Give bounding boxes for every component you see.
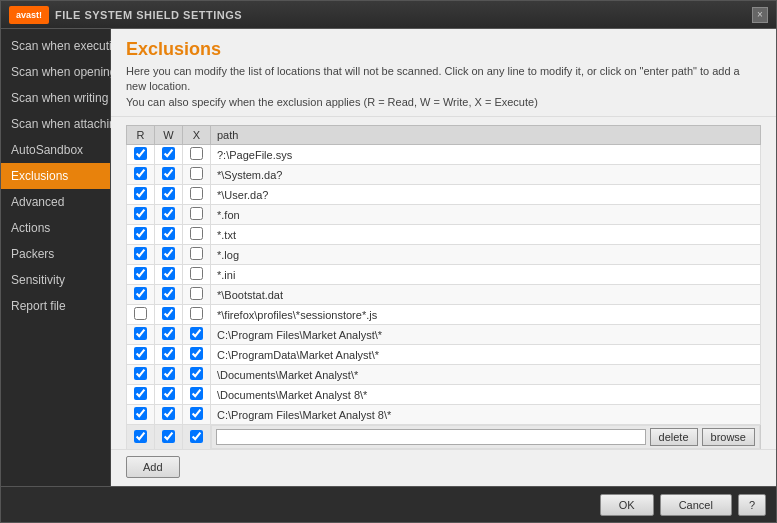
sidebar-item-scan-when-executing[interactable]: Scan when executing xyxy=(1,33,110,59)
checkbox-w-2[interactable] xyxy=(162,187,175,200)
cell-path-1: *\System.da? xyxy=(211,165,761,185)
checkbox-r-4[interactable] xyxy=(134,227,147,240)
cell-w-10 xyxy=(155,345,183,365)
browse-button[interactable]: browse xyxy=(702,428,755,446)
checkbox-x-7[interactable] xyxy=(190,287,203,300)
header-path: path xyxy=(211,126,761,145)
main-content: Scan when executing Scan when opening Sc… xyxy=(1,29,776,486)
cell-x-2 xyxy=(183,185,211,205)
sidebar-item-sensitivity[interactable]: Sensitivity xyxy=(1,267,110,293)
checkbox-w-3[interactable] xyxy=(162,207,175,220)
new-row-checkbox-w[interactable] xyxy=(162,430,175,443)
checkbox-x-1[interactable] xyxy=(190,167,203,180)
table-row[interactable]: *\firefox\profiles\*sessionstore*.js xyxy=(127,305,761,325)
table-row[interactable]: *.log xyxy=(127,245,761,265)
table-row[interactable]: C:\Program Files\Market Analyst\* xyxy=(127,325,761,345)
checkbox-w-10[interactable] xyxy=(162,347,175,360)
new-path-input[interactable] xyxy=(216,429,646,445)
table-row[interactable]: ?:\PageFile.sys xyxy=(127,145,761,165)
table-row[interactable]: *\System.da? xyxy=(127,165,761,185)
checkbox-x-3[interactable] xyxy=(190,207,203,220)
sidebar-item-exclusions[interactable]: Exclusions xyxy=(1,163,110,189)
sidebar-item-scan-when-attaching[interactable]: Scan when attaching xyxy=(1,111,110,137)
checkbox-x-9[interactable] xyxy=(190,327,203,340)
content-title: Exclusions xyxy=(126,39,761,60)
table-row[interactable]: *\User.da? xyxy=(127,185,761,205)
checkbox-w-13[interactable] xyxy=(162,407,175,420)
checkbox-r-10[interactable] xyxy=(134,347,147,360)
checkbox-x-12[interactable] xyxy=(190,387,203,400)
checkbox-r-3[interactable] xyxy=(134,207,147,220)
cancel-button[interactable]: Cancel xyxy=(660,494,732,516)
checkbox-r-11[interactable] xyxy=(134,367,147,380)
cell-w-2 xyxy=(155,185,183,205)
cell-r-10 xyxy=(127,345,155,365)
checkbox-x-5[interactable] xyxy=(190,247,203,260)
checkbox-w-9[interactable] xyxy=(162,327,175,340)
table-row[interactable]: *.txt xyxy=(127,225,761,245)
sidebar-item-scan-when-opening[interactable]: Scan when opening xyxy=(1,59,110,85)
new-row-checkbox-r[interactable] xyxy=(134,430,147,443)
sidebar-item-advanced[interactable]: Advanced xyxy=(1,189,110,215)
checkbox-w-12[interactable] xyxy=(162,387,175,400)
checkbox-r-2[interactable] xyxy=(134,187,147,200)
cell-path-3: *.fon xyxy=(211,205,761,225)
new-row-cell-w xyxy=(155,425,183,449)
checkbox-x-0[interactable] xyxy=(190,147,203,160)
checkbox-x-2[interactable] xyxy=(190,187,203,200)
cell-r-5 xyxy=(127,245,155,265)
header-r: R xyxy=(127,126,155,145)
checkbox-r-0[interactable] xyxy=(134,147,147,160)
cell-r-3 xyxy=(127,205,155,225)
checkbox-x-11[interactable] xyxy=(190,367,203,380)
cell-x-8 xyxy=(183,305,211,325)
cell-path-10: C:\ProgramData\Market Analyst\* xyxy=(211,345,761,365)
checkbox-r-7[interactable] xyxy=(134,287,147,300)
sidebar-item-actions[interactable]: Actions xyxy=(1,215,110,241)
checkbox-x-10[interactable] xyxy=(190,347,203,360)
cell-path-6: *.ini xyxy=(211,265,761,285)
cell-x-10 xyxy=(183,345,211,365)
new-row-checkbox-x[interactable] xyxy=(190,430,203,443)
ok-button[interactable]: OK xyxy=(600,494,654,516)
table-row[interactable]: \Documents\Market Analyst\* xyxy=(127,365,761,385)
checkbox-w-11[interactable] xyxy=(162,367,175,380)
checkbox-r-6[interactable] xyxy=(134,267,147,280)
add-button[interactable]: Add xyxy=(126,456,180,478)
sidebar-item-report-file[interactable]: Report file xyxy=(1,293,110,319)
delete-button[interactable]: delete xyxy=(650,428,698,446)
sidebar-item-packers[interactable]: Packers xyxy=(1,241,110,267)
table-row[interactable]: C:\Program Files\Market Analyst 8\* xyxy=(127,405,761,425)
checkbox-r-13[interactable] xyxy=(134,407,147,420)
cell-path-7: *\Bootstat.dat xyxy=(211,285,761,305)
table-row[interactable]: *.ini xyxy=(127,265,761,285)
close-button[interactable]: × xyxy=(752,7,768,23)
checkbox-w-0[interactable] xyxy=(162,147,175,160)
help-button[interactable]: ? xyxy=(738,494,766,516)
checkbox-w-6[interactable] xyxy=(162,267,175,280)
table-row[interactable]: C:\ProgramData\Market Analyst\* xyxy=(127,345,761,365)
checkbox-r-9[interactable] xyxy=(134,327,147,340)
checkbox-w-1[interactable] xyxy=(162,167,175,180)
checkbox-r-8[interactable] xyxy=(134,307,147,320)
checkbox-x-4[interactable] xyxy=(190,227,203,240)
checkbox-x-13[interactable] xyxy=(190,407,203,420)
sidebar-item-autosandbox[interactable]: AutoSandbox xyxy=(1,137,110,163)
sidebar-item-scan-when-writing[interactable]: Scan when writing xyxy=(1,85,110,111)
checkbox-r-1[interactable] xyxy=(134,167,147,180)
table-row[interactable]: *.fon xyxy=(127,205,761,225)
checkbox-x-8[interactable] xyxy=(190,307,203,320)
checkbox-r-12[interactable] xyxy=(134,387,147,400)
checkbox-r-5[interactable] xyxy=(134,247,147,260)
content-area: Exclusions Here you can modify the list … xyxy=(111,29,776,486)
checkbox-w-8[interactable] xyxy=(162,307,175,320)
cell-path-11: \Documents\Market Analyst\* xyxy=(211,365,761,385)
table-row[interactable]: *\Bootstat.dat xyxy=(127,285,761,305)
cell-path-12: \Documents\Market Analyst 8\* xyxy=(211,385,761,405)
checkbox-w-7[interactable] xyxy=(162,287,175,300)
table-row[interactable]: \Documents\Market Analyst 8\* xyxy=(127,385,761,405)
checkbox-w-4[interactable] xyxy=(162,227,175,240)
checkbox-x-6[interactable] xyxy=(190,267,203,280)
cell-w-1 xyxy=(155,165,183,185)
checkbox-w-5[interactable] xyxy=(162,247,175,260)
